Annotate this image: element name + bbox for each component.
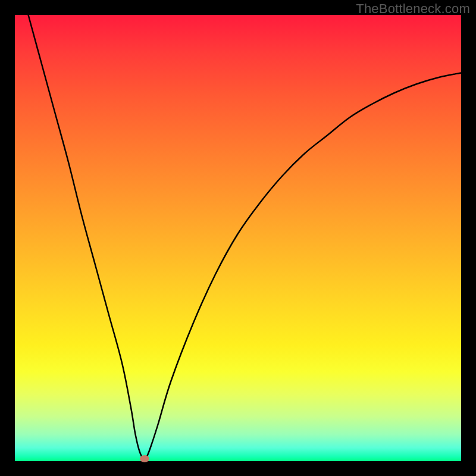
optimal-point-marker (140, 455, 149, 462)
watermark-text: TheBottleneck.com (356, 1, 470, 17)
plot-area (15, 15, 461, 461)
curve-path (29, 15, 462, 459)
chart-frame: TheBottleneck.com (0, 0, 476, 476)
bottleneck-curve (15, 15, 461, 461)
